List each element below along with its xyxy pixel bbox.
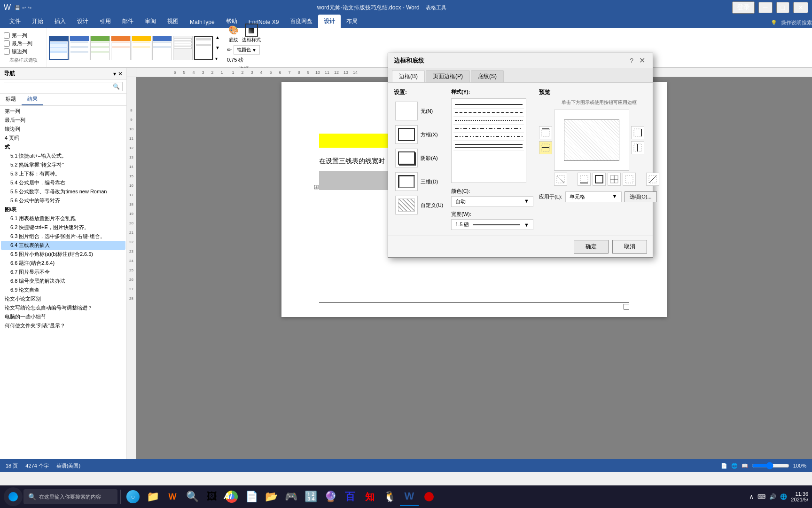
- nav-item-53[interactable]: 5.3 上下标：有两种。: [1, 169, 125, 178]
- nav-search-input[interactable]: [4, 82, 123, 91]
- tab-file[interactable]: 文件: [4, 15, 26, 28]
- dialog-tab-shading[interactable]: 底纹(S): [471, 70, 504, 82]
- style-option-5[interactable]: [453, 133, 524, 141]
- view-mode-web[interactable]: 🌐: [731, 463, 738, 469]
- styles-scroll-down[interactable]: ▼: [215, 45, 220, 50]
- quick-access-redo[interactable]: ↪: [28, 5, 31, 10]
- tab-table-design[interactable]: 设计: [318, 15, 341, 28]
- border-icon-inner[interactable]: [608, 173, 621, 186]
- preview-box[interactable]: [554, 110, 629, 171]
- nav-item-65[interactable]: 6.5 图片小角标(a)(b)标注(结合2.6.5): [1, 250, 125, 259]
- tab-view[interactable]: 视图: [162, 15, 184, 28]
- close-button[interactable]: ✕: [793, 2, 808, 13]
- nav-item-51[interactable]: 5.1 快捷alt+=输入公式。: [1, 151, 125, 160]
- taskbar-files[interactable]: 📂: [262, 487, 281, 506]
- nav-item-figure[interactable]: 图/表: [1, 205, 125, 214]
- nav-item-banded-col[interactable]: 镶边列: [1, 125, 125, 134]
- dialog-help-button[interactable]: ?: [630, 57, 633, 64]
- width-dropdown[interactable]: 1.5 磅 ▼: [451, 219, 533, 230]
- nav-item-64[interactable]: 6.4 三线表的插入: [1, 241, 125, 250]
- border-icon-bottom-left[interactable]: [578, 173, 591, 186]
- style-box-6[interactable]: [152, 36, 172, 60]
- minimize-button[interactable]: ─: [758, 2, 773, 13]
- border-icon-top-left[interactable]: [539, 126, 552, 139]
- tray-keyboard[interactable]: ⌨: [757, 493, 765, 500]
- nav-item-69[interactable]: 6.9 论文自查: [1, 286, 125, 294]
- style-box-8[interactable]: [194, 36, 213, 60]
- search-icon[interactable]: 🔍: [113, 83, 120, 90]
- options-button[interactable]: 选项(O)...: [625, 191, 657, 202]
- nav-item-last-col[interactable]: 最后一列: [1, 116, 125, 125]
- nav-item-54[interactable]: 5.4 公式居中，编号靠右: [1, 178, 125, 187]
- styles-more[interactable]: ▾: [215, 56, 220, 61]
- ai-badge[interactable]: Ai: [216, 484, 240, 508]
- borders-dialog[interactable]: 边框和底纹 ? ✕ 边框(B) 页面边框(P) 底纹(S) 设置: 无(N: [388, 53, 653, 258]
- style-listbox[interactable]: [451, 98, 526, 183]
- nav-pane-close[interactable]: ✕: [118, 71, 123, 77]
- border-icon-middle-v[interactable]: [631, 141, 644, 154]
- taskbar-assist[interactable]: 🔮: [321, 487, 340, 506]
- nav-item-page-num[interactable]: 4 页码: [1, 134, 125, 143]
- nav-item-numbering[interactable]: 论文写结论怎么自动编号与调整缩进？: [1, 303, 125, 312]
- border-3d-option[interactable]: 三维(D): [394, 171, 445, 192]
- nav-item-55[interactable]: 5.5 公式数字、字母改为times new Roman: [1, 187, 125, 196]
- taskbar-cortana[interactable]: ○: [124, 487, 142, 506]
- banded-col-checkbox[interactable]: [4, 48, 10, 55]
- style-box-7[interactable]: [173, 36, 193, 60]
- ok-button[interactable]: 确定: [574, 240, 609, 254]
- taskbar-3dviewer[interactable]: 🎮: [281, 487, 300, 506]
- styles-scroll-up[interactable]: ▲: [215, 35, 220, 40]
- style-box-2[interactable]: [70, 36, 89, 60]
- first-col-checkbox[interactable]: [4, 32, 10, 39]
- pen-color-button[interactable]: 笔颜色 ▼: [234, 45, 260, 55]
- style-box-4[interactable]: [111, 36, 131, 60]
- border-icon-top-right[interactable]: [631, 126, 644, 139]
- nav-item-63[interactable]: 6.3 图片组合，选中多张图片-右键-组合。: [1, 232, 125, 241]
- taskbar-wps[interactable]: W: [163, 487, 182, 506]
- dialog-tab-border[interactable]: 边框(B): [392, 70, 425, 82]
- border-icon-diag2[interactable]: [646, 173, 659, 186]
- style-option-1[interactable]: [453, 101, 524, 109]
- style-option-4[interactable]: [453, 125, 524, 133]
- shading-button[interactable]: 🎨 底纹: [227, 24, 240, 43]
- taskbar-search2[interactable]: 🔍: [183, 487, 202, 506]
- tab-reference[interactable]: 引用: [94, 15, 117, 28]
- tray-network[interactable]: 🌐: [780, 493, 787, 500]
- last-col-checkbox[interactable]: [4, 40, 10, 47]
- tab-baidu[interactable]: 百度网盘: [284, 15, 318, 28]
- tab-mail[interactable]: 邮件: [117, 15, 139, 28]
- nav-item-first-col[interactable]: 第一列: [1, 107, 125, 116]
- nav-item-62[interactable]: 6.2 快捷键ctrl+E，图片快速对齐。: [1, 223, 125, 232]
- border-box-option[interactable]: 方框(X): [394, 124, 445, 145]
- quick-access-undo[interactable]: ↩: [22, 5, 26, 10]
- border-shadow-option[interactable]: 阴影(A): [394, 147, 445, 169]
- zoom-slider[interactable]: [752, 462, 789, 469]
- tab-start[interactable]: 开始: [26, 15, 49, 28]
- border-custom-option[interactable]: 自定义(U): [394, 194, 445, 216]
- style-box-3[interactable]: [90, 36, 110, 60]
- taskbar-record[interactable]: [420, 487, 438, 506]
- nav-item-68[interactable]: 6.8 编号变黑的解决办法: [1, 277, 125, 286]
- clock[interactable]: 11:36 2021/5/: [791, 491, 808, 502]
- taskbar-acrobat[interactable]: 📄: [242, 487, 261, 506]
- tray-up-arrow[interactable]: ∧: [749, 493, 754, 500]
- style-box-5[interactable]: [132, 36, 151, 60]
- nav-item-computer[interactable]: 电脑的一些小细节: [1, 312, 125, 321]
- border-none-option[interactable]: 无(N): [394, 100, 445, 122]
- border-icon-diag1[interactable]: [554, 173, 567, 186]
- style-box-1[interactable]: [49, 36, 69, 60]
- cancel-button[interactable]: 取消: [612, 240, 647, 254]
- taskbar-word[interactable]: W: [400, 487, 419, 506]
- maximize-button[interactable]: □: [776, 2, 789, 13]
- tray-speaker[interactable]: 🔊: [769, 493, 776, 500]
- border-icon-middle-h[interactable]: [539, 141, 552, 154]
- border-styles-button[interactable]: ▦ 边框样式: [242, 24, 261, 43]
- style-option-6[interactable]: [453, 141, 524, 151]
- tab-mathtype[interactable]: MathType: [184, 16, 220, 28]
- color-dropdown[interactable]: 自动 ▼: [451, 196, 533, 207]
- nav-item-52[interactable]: 5.2 熟练掌握"转义字符": [1, 160, 125, 169]
- border-icon-none-all[interactable]: [623, 173, 636, 186]
- nav-item-56[interactable]: 5.6 公式中的等号对齐: [1, 196, 125, 205]
- tab-review[interactable]: 审阅: [139, 15, 162, 28]
- view-mode-print[interactable]: 📄: [721, 463, 727, 469]
